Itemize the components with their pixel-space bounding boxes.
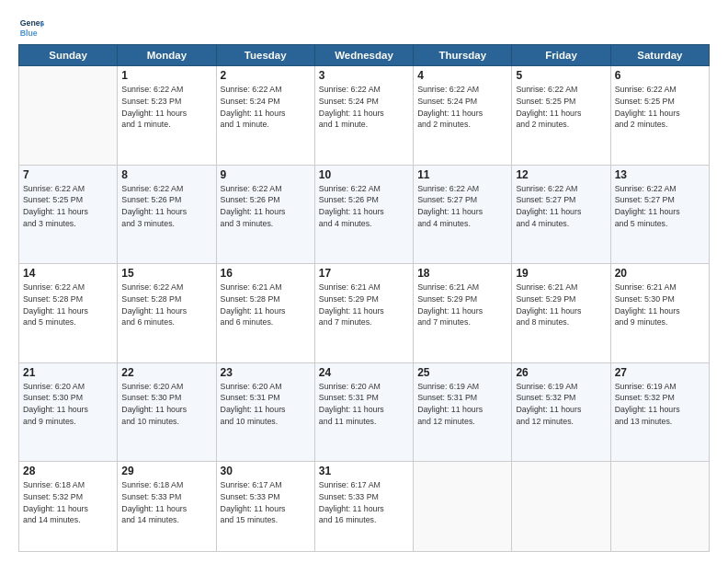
- day-detail: Sunrise: 6:22 AM Sunset: 5:27 PM Dayligh…: [615, 183, 705, 230]
- calendar-cell: 23Sunrise: 6:20 AM Sunset: 5:31 PM Dayli…: [216, 362, 314, 462]
- day-number: 19: [516, 267, 606, 280]
- calendar-cell: 17Sunrise: 6:21 AM Sunset: 5:29 PM Dayli…: [314, 264, 413, 363]
- day-detail: Sunrise: 6:19 AM Sunset: 5:32 PM Dayligh…: [516, 381, 606, 428]
- calendar-cell: 27Sunrise: 6:19 AM Sunset: 5:32 PM Dayli…: [610, 362, 709, 462]
- day-detail: Sunrise: 6:22 AM Sunset: 5:26 PM Dayligh…: [319, 183, 409, 230]
- calendar-week-row: 21Sunrise: 6:20 AM Sunset: 5:30 PM Dayli…: [19, 362, 710, 462]
- day-number: 20: [615, 267, 705, 280]
- day-number: 30: [221, 465, 311, 477]
- day-detail: Sunrise: 6:20 AM Sunset: 5:31 PM Dayligh…: [221, 381, 311, 428]
- calendar-week-row: 7Sunrise: 6:22 AM Sunset: 5:25 PM Daylig…: [19, 165, 710, 264]
- day-number: 7: [23, 168, 113, 181]
- day-number: 31: [319, 465, 409, 477]
- day-detail: Sunrise: 6:21 AM Sunset: 5:28 PM Dayligh…: [221, 282, 311, 328]
- day-header-monday: Monday: [118, 45, 216, 66]
- day-detail: Sunrise: 6:21 AM Sunset: 5:30 PM Dayligh…: [615, 282, 705, 328]
- calendar-cell: 15Sunrise: 6:22 AM Sunset: 5:28 PM Dayli…: [118, 264, 216, 363]
- calendar-cell: 13Sunrise: 6:22 AM Sunset: 5:27 PM Dayli…: [610, 165, 709, 264]
- calendar-cell: 11Sunrise: 6:22 AM Sunset: 5:27 PM Dayli…: [414, 165, 512, 264]
- page: General Blue SundayMondayTuesdayWednesda…: [0, 0, 728, 563]
- day-detail: Sunrise: 6:20 AM Sunset: 5:30 PM Dayligh…: [121, 381, 211, 428]
- day-detail: Sunrise: 6:17 AM Sunset: 5:33 PM Dayligh…: [319, 479, 409, 526]
- day-number: 12: [516, 168, 606, 181]
- calendar-cell: 28Sunrise: 6:18 AM Sunset: 5:32 PM Dayli…: [19, 462, 118, 552]
- day-number: 22: [121, 366, 211, 379]
- day-header-friday: Friday: [512, 45, 610, 66]
- calendar-cell: 16Sunrise: 6:21 AM Sunset: 5:28 PM Dayli…: [216, 264, 314, 363]
- day-detail: Sunrise: 6:22 AM Sunset: 5:28 PM Dayligh…: [121, 282, 211, 328]
- day-detail: Sunrise: 6:20 AM Sunset: 5:30 PM Dayligh…: [23, 381, 113, 428]
- day-detail: Sunrise: 6:22 AM Sunset: 5:25 PM Dayligh…: [23, 183, 113, 230]
- day-number: 5: [516, 69, 606, 82]
- day-number: 23: [221, 366, 311, 379]
- day-number: 15: [121, 267, 211, 280]
- day-number: 10: [319, 168, 409, 181]
- day-header-wednesday: Wednesday: [314, 45, 413, 66]
- calendar-cell: 31Sunrise: 6:17 AM Sunset: 5:33 PM Dayli…: [314, 462, 413, 552]
- day-number: 2: [221, 69, 311, 82]
- day-header-saturday: Saturday: [610, 45, 709, 66]
- calendar-cell: [414, 462, 512, 552]
- day-header-sunday: Sunday: [19, 45, 118, 66]
- day-detail: Sunrise: 6:22 AM Sunset: 5:24 PM Dayligh…: [221, 84, 311, 131]
- day-detail: Sunrise: 6:20 AM Sunset: 5:31 PM Dayligh…: [319, 381, 409, 428]
- day-number: 8: [121, 168, 211, 181]
- day-detail: Sunrise: 6:22 AM Sunset: 5:28 PM Dayligh…: [23, 282, 113, 328]
- day-number: 24: [319, 366, 409, 379]
- calendar-cell: 22Sunrise: 6:20 AM Sunset: 5:30 PM Dayli…: [118, 362, 216, 462]
- calendar-cell: 2Sunrise: 6:22 AM Sunset: 5:24 PM Daylig…: [216, 66, 314, 166]
- calendar-cell: 20Sunrise: 6:21 AM Sunset: 5:30 PM Dayli…: [610, 264, 709, 363]
- day-number: 6: [615, 69, 705, 82]
- day-number: 28: [23, 465, 113, 477]
- day-detail: Sunrise: 6:17 AM Sunset: 5:33 PM Dayligh…: [221, 479, 311, 526]
- calendar-cell: 19Sunrise: 6:21 AM Sunset: 5:29 PM Dayli…: [512, 264, 610, 363]
- day-detail: Sunrise: 6:21 AM Sunset: 5:29 PM Dayligh…: [319, 282, 409, 328]
- day-number: 13: [615, 168, 705, 181]
- day-detail: Sunrise: 6:18 AM Sunset: 5:33 PM Dayligh…: [121, 479, 211, 526]
- day-number: 25: [417, 366, 507, 379]
- day-detail: Sunrise: 6:22 AM Sunset: 5:27 PM Dayligh…: [417, 183, 507, 230]
- calendar-cell: [19, 66, 118, 166]
- svg-text:General: General: [20, 18, 44, 28]
- calendar-cell: 30Sunrise: 6:17 AM Sunset: 5:33 PM Dayli…: [216, 462, 314, 552]
- day-number: 4: [417, 69, 507, 82]
- calendar-cell: 8Sunrise: 6:22 AM Sunset: 5:26 PM Daylig…: [118, 165, 216, 264]
- calendar-week-row: 14Sunrise: 6:22 AM Sunset: 5:28 PM Dayli…: [19, 264, 710, 363]
- calendar-cell: 21Sunrise: 6:20 AM Sunset: 5:30 PM Dayli…: [19, 362, 118, 462]
- day-detail: Sunrise: 6:22 AM Sunset: 5:24 PM Dayligh…: [417, 84, 507, 131]
- day-number: 18: [417, 267, 507, 280]
- calendar-cell: 5Sunrise: 6:22 AM Sunset: 5:25 PM Daylig…: [512, 66, 610, 166]
- day-detail: Sunrise: 6:18 AM Sunset: 5:32 PM Dayligh…: [23, 479, 113, 526]
- day-detail: Sunrise: 6:22 AM Sunset: 5:25 PM Dayligh…: [615, 84, 705, 131]
- calendar-cell: 9Sunrise: 6:22 AM Sunset: 5:26 PM Daylig…: [216, 165, 314, 264]
- day-detail: Sunrise: 6:22 AM Sunset: 5:25 PM Dayligh…: [516, 84, 606, 131]
- day-number: 21: [23, 366, 113, 379]
- day-detail: Sunrise: 6:21 AM Sunset: 5:29 PM Dayligh…: [417, 282, 507, 328]
- calendar-week-row: 1Sunrise: 6:22 AM Sunset: 5:23 PM Daylig…: [19, 66, 710, 166]
- header: General Blue: [18, 15, 710, 40]
- calendar-table: SundayMondayTuesdayWednesdayThursdayFrid…: [18, 44, 710, 552]
- calendar-cell: 12Sunrise: 6:22 AM Sunset: 5:27 PM Dayli…: [512, 165, 610, 264]
- logo-icon: General Blue: [18, 15, 44, 40]
- day-detail: Sunrise: 6:22 AM Sunset: 5:26 PM Dayligh…: [221, 183, 311, 230]
- day-number: 29: [121, 465, 211, 477]
- calendar-cell: 1Sunrise: 6:22 AM Sunset: 5:23 PM Daylig…: [118, 66, 216, 166]
- calendar-cell: [610, 462, 709, 552]
- calendar-cell: 7Sunrise: 6:22 AM Sunset: 5:25 PM Daylig…: [19, 165, 118, 264]
- day-detail: Sunrise: 6:22 AM Sunset: 5:23 PM Dayligh…: [121, 84, 211, 131]
- day-number: 16: [221, 267, 311, 280]
- logo: General Blue: [18, 15, 44, 40]
- calendar-cell: 25Sunrise: 6:19 AM Sunset: 5:31 PM Dayli…: [414, 362, 512, 462]
- calendar-cell: 18Sunrise: 6:21 AM Sunset: 5:29 PM Dayli…: [414, 264, 512, 363]
- day-number: 11: [417, 168, 507, 181]
- day-number: 27: [615, 366, 705, 379]
- day-header-thursday: Thursday: [414, 45, 512, 66]
- svg-text:Blue: Blue: [20, 29, 38, 38]
- calendar-cell: 4Sunrise: 6:22 AM Sunset: 5:24 PM Daylig…: [414, 66, 512, 166]
- calendar-cell: 10Sunrise: 6:22 AM Sunset: 5:26 PM Dayli…: [314, 165, 413, 264]
- day-number: 17: [319, 267, 409, 280]
- day-detail: Sunrise: 6:19 AM Sunset: 5:31 PM Dayligh…: [417, 381, 507, 428]
- day-number: 3: [319, 69, 409, 82]
- day-number: 1: [121, 69, 211, 82]
- calendar-cell: 6Sunrise: 6:22 AM Sunset: 5:25 PM Daylig…: [610, 66, 709, 166]
